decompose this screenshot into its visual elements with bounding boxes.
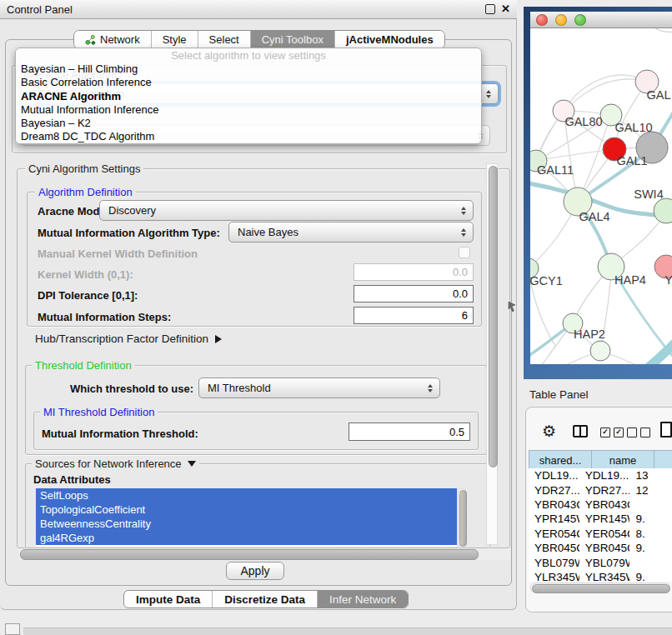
network-node-label: GAL4 [579,210,609,223]
tab-jactivemnodules[interactable]: jActiveMNodules [335,31,444,48]
zoom-traffic-light-icon[interactable] [574,14,586,26]
algorithm-popup-prompt: Select algorithm to view settings [16,48,481,62]
network-node[interactable] [654,198,672,223]
tab-label: jActiveMNodules [346,33,434,46]
apply-button[interactable]: Apply [226,562,284,580]
bottom-tab-infer-network[interactable]: Infer Network [318,591,408,608]
table-row[interactable]: YBR045CYBR045C9. [529,541,672,555]
table-cell: YLR345W [529,571,579,582]
table-cell: 9. [629,571,672,582]
table-row[interactable]: YER054CYER054C8. [529,527,672,541]
bottom-tab-impute-data[interactable]: Impute Data [124,591,213,608]
dpi-tolerance-label: DPI Tolerance [0,1]: [38,289,138,302]
algorithm-option-aracne-algorithm[interactable]: ARACNE Algorithm [16,90,481,103]
settings-horizontal-scrollbar[interactable] [18,548,510,560]
network-node-label: GAL10 [614,121,652,134]
network-node-label: HAP2 [574,328,605,341]
mi-threshold-group-title: MI Threshold Definition [40,406,158,418]
tab-cyni-toolbox[interactable]: Cyni Toolbox [251,31,335,48]
collapsed-panel-button[interactable] [5,623,20,635]
combo-arrows-icon [461,207,466,215]
mi-type-combo[interactable]: Naive Bayes [228,222,474,242]
unselect-all-columns-icon[interactable] [627,428,650,438]
select-all-columns-icon[interactable]: ✓✓ [600,428,624,438]
table-settings-gear-icon[interactable]: ⚙ [542,423,556,439]
hub-definition-label: Hub/Transcription Factor Definition [35,332,208,345]
table-row[interactable]: YBL079WYBL079W [529,555,672,569]
network-node[interactable] [590,341,610,361]
hub-definition-expander[interactable]: Hub/Transcription Factor Definition [35,332,222,345]
minimize-traffic-light-icon[interactable] [555,14,567,26]
mi-type-label: Mutual Information Algorithm Type: [38,227,220,239]
table-row[interactable]: YBR043CYBR043C [529,498,672,512]
close-traffic-light-icon[interactable] [536,14,548,26]
table-row[interactable]: YDL19...YDL19...13 [529,468,672,482]
float-window-icon[interactable] [485,4,495,14]
table-row[interactable]: YLR345WYLR345W9. [529,570,672,582]
attribute-item-gal4rgexp[interactable]: gal4RGexp [36,531,457,545]
table-horizontal-scrollbar[interactable] [530,582,670,593]
network-edge [530,351,600,364]
bottom-tab-discretize-data[interactable]: Discretize Data [213,591,318,608]
mi-threshold-field[interactable]: 0.5 [349,422,470,441]
algorithm-option-bayesian-k2[interactable]: Bayesian – K2 [16,117,481,130]
collapse-down-icon[interactable] [188,461,196,467]
algorithm-option-basic-correlation-inference[interactable]: Basic Correlation Inference [16,76,481,89]
network-canvas[interactable]: GALGAL80GAL10GAL1GAL11SWI4GAL4GCY1HAP4YH… [530,28,672,364]
close-icon[interactable]: ✕ [501,5,510,13]
table-row[interactable]: YPR145WYPR145W9. [529,512,672,526]
which-threshold-label: Which threshold to use: [70,382,193,395]
column-header-shared[interactable]: shared... [529,450,591,470]
data-attributes-list: SelfLoopsTopologicalCoefficientBetweenne… [36,488,457,547]
column-header-name[interactable]: name [591,450,654,470]
which-threshold-value: MI Threshold [208,382,271,394]
algorithm-dropdown-popup: Select algorithm to view settings Bayesi… [15,48,482,144]
mi-steps-field[interactable]: 6 [354,307,474,324]
manual-kernel-checkbox[interactable] [459,247,470,258]
which-threshold-combo[interactable]: MI Threshold [198,378,440,398]
split-columns-icon[interactable] [573,425,588,438]
expand-right-icon[interactable] [215,335,222,343]
tab-select[interactable]: Select [198,31,251,48]
attributes-scrollbar[interactable] [458,488,467,547]
sources-group-title-row[interactable]: Sources for Network Inference [32,458,199,470]
network-node-label: GAL [646,88,670,102]
algorithm-option-bayesian-hill-climbing[interactable]: Bayesian – Hill Climbing [16,62,481,76]
tab-network[interactable]: Network [74,31,152,48]
algorithm-popup-list: Bayesian – Hill ClimbingBasic Correlatio… [16,62,481,144]
aracne-mode-combo[interactable]: Discovery [99,200,474,221]
table-row[interactable]: YDR27...YDR27...12 [529,482,672,497]
algorithm-option-mutual-information-inference[interactable]: Mutual Information Inference [16,103,481,117]
kernel-width-field[interactable]: 0.0 [354,263,474,281]
mi-threshold-label: Mutual Information Threshold: [42,428,198,440]
new-table-icon[interactable] [660,422,672,438]
control-panel-titlebar[interactable]: Control Panel ✕ [0,0,517,19]
tab-style[interactable]: Style [152,31,198,48]
tab-label: Cyni Toolbox [262,33,323,46]
table-cell: YER054C [579,528,630,540]
table-cell: YBR045C [529,542,579,554]
network-window-titlebar[interactable] [530,12,672,28]
column-header-a[interactable]: A [654,450,672,470]
network-node-label: GAL80 [564,115,602,128]
attribute-item-selfloops[interactable]: SelfLoops [36,488,457,502]
table-cell: YBR043C [529,498,579,511]
cyni-settings-title: Cyni Algorithm Settings [25,162,143,175]
algorithm-option-dream8-dc-tdc-algorithm[interactable]: Dream8 DC_TDC Algorithm [16,130,481,143]
mouse-cursor [508,302,518,312]
table-cell: YDL19... [529,469,579,482]
network-icon [85,34,96,45]
manual-kernel-label: Manual Kernel Width Definition [38,248,198,260]
table-cell: 9. [629,542,672,554]
algorithm-definition-title: Algorithm Definition [35,186,136,198]
attribute-item-betweennesscentrality[interactable]: BetweennessCentrality [36,517,457,531]
table-cell: YBR045C [579,542,630,554]
dpi-tolerance-field[interactable]: 0.0 [354,285,474,302]
settings-vertical-scrollbar[interactable] [486,163,498,545]
network-node-label: GCY1 [530,274,563,288]
table-cell: YER054C [529,528,579,540]
table-body: YDL19...YDL19...13YDR27...YDR27...12YBR0… [529,468,672,582]
bottom-status-strip [23,628,672,635]
table-cell: 9. [629,512,672,525]
attribute-item-topologicalcoefficient[interactable]: TopologicalCoefficient [36,502,457,517]
